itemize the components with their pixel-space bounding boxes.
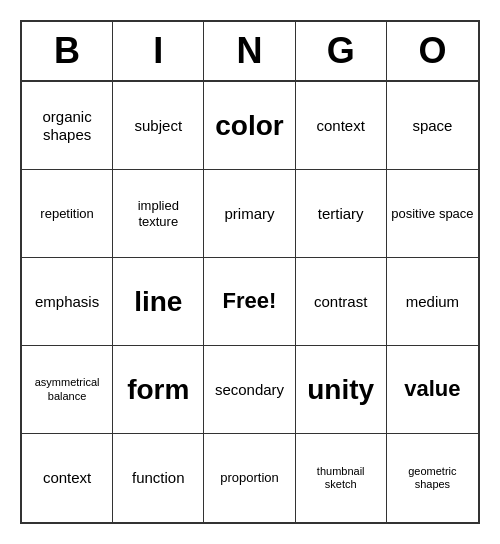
header-letter: N <box>204 22 295 80</box>
cell-r1-c1: organic shapes <box>22 82 113 170</box>
cell-r1-c3: color <box>204 82 295 170</box>
cell-r5-c2: function <box>113 434 204 522</box>
header-letter: B <box>22 22 113 80</box>
cell-r2-c5: positive space <box>387 170 478 258</box>
cell-text: line <box>134 285 182 319</box>
cell-r2-c4: tertiary <box>296 170 387 258</box>
cell-r3-c2: line <box>113 258 204 346</box>
cell-text: unity <box>307 373 374 407</box>
cell-text: repetition <box>40 206 93 222</box>
cell-text: form <box>127 373 189 407</box>
cell-text: tertiary <box>318 205 364 223</box>
cell-text: space <box>412 117 452 135</box>
cell-r5-c3: proportion <box>204 434 295 522</box>
cell-r3-c1: emphasis <box>22 258 113 346</box>
cell-r5-c5: geometric shapes <box>387 434 478 522</box>
cell-text: primary <box>224 205 274 223</box>
cell-r1-c2: subject <box>113 82 204 170</box>
cell-text: emphasis <box>35 293 99 311</box>
cell-r3-c3: Free! <box>204 258 295 346</box>
cell-r5-c4: thumbnail sketch <box>296 434 387 522</box>
header-letter: G <box>296 22 387 80</box>
cell-text: color <box>215 109 283 143</box>
bingo-header: BINGO <box>22 22 478 82</box>
cell-text: positive space <box>391 206 473 222</box>
cell-r2-c2: implied texture <box>113 170 204 258</box>
bingo-card: BINGO organic shapessubjectcolorcontexts… <box>20 20 480 524</box>
cell-text: medium <box>406 293 459 311</box>
cell-text: implied texture <box>117 198 199 229</box>
cell-text: geometric shapes <box>391 465 474 491</box>
cell-r4-c5: value <box>387 346 478 434</box>
cell-text: secondary <box>215 381 284 399</box>
cell-text: thumbnail sketch <box>300 465 382 491</box>
cell-r4-c2: form <box>113 346 204 434</box>
cell-text: proportion <box>220 470 279 486</box>
cell-text: value <box>404 376 460 402</box>
cell-r3-c5: medium <box>387 258 478 346</box>
cell-text: contrast <box>314 293 367 311</box>
header-letter: O <box>387 22 478 80</box>
bingo-grid: organic shapessubjectcolorcontextspacere… <box>22 82 478 522</box>
header-letter: I <box>113 22 204 80</box>
cell-r2-c1: repetition <box>22 170 113 258</box>
cell-r2-c3: primary <box>204 170 295 258</box>
cell-text: asymmetrical balance <box>26 376 108 402</box>
cell-text: context <box>317 117 365 135</box>
cell-text: subject <box>135 117 183 135</box>
cell-r4-c3: secondary <box>204 346 295 434</box>
cell-r4-c1: asymmetrical balance <box>22 346 113 434</box>
cell-text: function <box>132 469 185 487</box>
cell-r4-c4: unity <box>296 346 387 434</box>
cell-r5-c1: context <box>22 434 113 522</box>
cell-text: organic shapes <box>26 108 108 144</box>
cell-r1-c5: space <box>387 82 478 170</box>
cell-r1-c4: context <box>296 82 387 170</box>
cell-text: context <box>43 469 91 487</box>
cell-text: Free! <box>223 288 277 314</box>
cell-r3-c4: contrast <box>296 258 387 346</box>
